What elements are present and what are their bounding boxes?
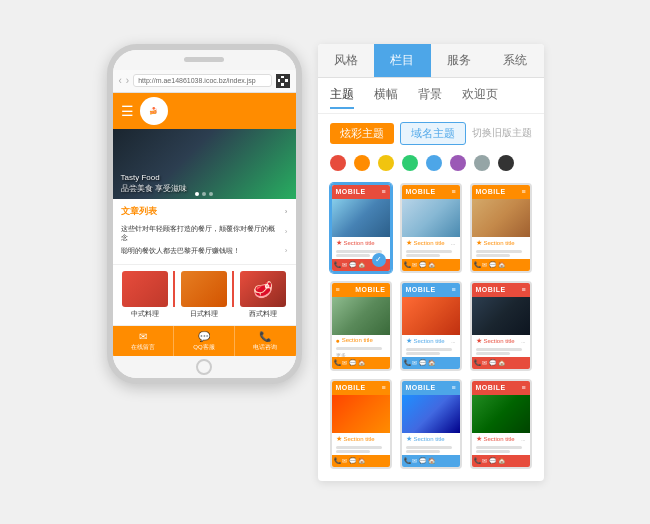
tab-column[interactable]: 栏目	[374, 44, 431, 77]
phone-home-area	[113, 356, 296, 378]
cuisine-western[interactable]: 🥩 西式料理	[235, 271, 292, 319]
cuisine-japanese[interactable]: 日式料理	[176, 271, 233, 319]
hero-banner: Tasty Food 品尝美食 享受滋味	[113, 129, 296, 199]
bottom-btn-message[interactable]: ✉ 在线留言	[113, 326, 174, 356]
logo: 🍰	[140, 97, 168, 125]
tab-service[interactable]: 服务	[431, 44, 488, 77]
card4-body: ● Section title 更多	[332, 297, 390, 357]
color-blue[interactable]	[426, 155, 442, 171]
card5-footer: 📞 ✉ 💬 🏠	[402, 357, 460, 369]
card3-body: ★ Section title	[472, 199, 530, 259]
theme-grid: MOBILE ≡ ★ Section title 📞 ✉ 💬 🏠 ✓	[318, 179, 544, 481]
color-green[interactable]	[402, 155, 418, 171]
article-item-1[interactable]: 这些针对年轻顾客打造的餐厅，颠覆你对餐厅的概念 ›	[121, 222, 288, 244]
top-tabs: 风格 栏目 服务 系统	[318, 44, 544, 78]
card9-header: MOBILE ≡	[472, 381, 530, 395]
card5-header: MOBILE ≡	[402, 283, 460, 297]
card6-footer: 📞 ✉ 💬 🏠	[472, 357, 530, 369]
card1-header: MOBILE ≡	[332, 185, 390, 199]
article-arrow-2: ›	[285, 246, 288, 256]
color-orange[interactable]	[354, 155, 370, 171]
subtab-bg[interactable]: 背景	[418, 86, 442, 109]
bottom-btn-phone[interactable]: 📞 电话咨询	[235, 326, 295, 356]
cuisine-western-img: 🥩	[240, 271, 286, 307]
card7-body: ★ Section title	[332, 395, 390, 455]
tab-system[interactable]: 系统	[487, 44, 544, 77]
theme-card-6[interactable]: MOBILE ≡ ★ Section title ... 📞 ✉ 💬 🏠	[470, 281, 532, 371]
card8-header: MOBILE ≡	[402, 381, 460, 395]
card5-body: ★ Section title ...	[402, 297, 460, 357]
phone-mockup: ‹ › http://m.ae14861038.icoc.bz/index.js…	[107, 44, 302, 385]
card4-footer: 📞 ✉ 💬 🏠	[332, 357, 390, 369]
card7-footer: 📞 ✉ 💬 🏠	[332, 455, 390, 467]
forward-arrow-icon[interactable]: ›	[126, 75, 129, 86]
article-list: 文章列表 › 这些针对年轻顾客打造的餐厅，颠覆你对餐厅的概念 › 聪明的餐饮人都…	[113, 199, 296, 266]
card8-footer: 📞 ✉ 💬 🏠	[402, 455, 460, 467]
article-list-title: 文章列表 ›	[121, 205, 288, 218]
phone-content: ☰ 🍰 Tasty Food 品尝美食 享受滋味 文章	[113, 93, 296, 379]
hero-bg: Tasty Food 品尝美食 享受滋味	[113, 129, 296, 199]
color-red[interactable]	[330, 155, 346, 171]
theme-switcher-row: 炫彩主题 域名主题 切换旧版主题	[318, 114, 544, 151]
hero-text-line2: 品尝美食 享受滋味	[121, 183, 187, 194]
switch-old-link[interactable]: 切换旧版主题	[472, 126, 532, 140]
theme-btn-cai[interactable]: 炫彩主题	[330, 123, 394, 144]
card6-hero	[472, 297, 530, 335]
theme-card-9[interactable]: MOBILE ≡ ★ Section title ... 📞 ✉ 💬 🏠	[470, 379, 532, 469]
phone-speaker	[184, 57, 224, 62]
sub-tabs: 主题 横幅 背景 欢迎页	[318, 78, 544, 114]
theme-btn-domain[interactable]: 域名主题	[400, 122, 466, 145]
color-purple[interactable]	[450, 155, 466, 171]
card3-footer: 📞 ✉ 💬 🏠	[472, 259, 530, 271]
phone-header: ☰ 🍰	[113, 93, 296, 129]
card9-body: ★ Section title ...	[472, 395, 530, 455]
color-dark[interactable]	[498, 155, 514, 171]
theme-card-7[interactable]: MOBILE ≡ ★ Section title 📞 ✉ 💬 🏠	[330, 379, 392, 469]
hamburger-icon[interactable]: ☰	[121, 103, 134, 119]
card2-footer: 📞 ✉ 💬 🏠	[402, 259, 460, 271]
article-list-arrow[interactable]: ›	[285, 207, 288, 216]
divider-1	[173, 271, 175, 307]
right-panel: 风格 栏目 服务 系统 主题 横幅 背景 欢迎页 炫彩主题 域名主题 切换旧版主…	[318, 44, 544, 481]
phone-icon: 📞	[259, 331, 271, 342]
subtab-banner[interactable]: 横幅	[374, 86, 398, 109]
phone-top	[113, 50, 296, 70]
carousel-dots	[195, 192, 213, 196]
theme-card-4[interactable]: ≡ MOBILE ● Section title 更多 📞 ✉ 💬 🏠	[330, 281, 392, 371]
divider-2	[232, 271, 234, 307]
card4-header: ≡ MOBILE	[332, 283, 390, 297]
theme-card-5[interactable]: MOBILE ≡ ★ Section title ... 📞 ✉ 💬 🏠	[400, 281, 462, 371]
card2-hero	[402, 199, 460, 237]
color-yellow[interactable]	[378, 155, 394, 171]
color-gray[interactable]	[474, 155, 490, 171]
cuisine-chinese[interactable]: 中式料理	[117, 271, 174, 319]
card8-body: ★ Section title	[402, 395, 460, 455]
theme-card-1[interactable]: MOBILE ≡ ★ Section title 📞 ✉ 💬 🏠 ✓	[330, 183, 392, 273]
cuisine-chinese-img	[122, 271, 168, 307]
card8-hero	[402, 395, 460, 433]
card2-header: MOBILE ≡	[402, 185, 460, 199]
dot-3[interactable]	[209, 192, 213, 196]
url-bar[interactable]: http://m.ae14861038.icoc.bz/index.jsp	[133, 74, 271, 87]
card3-hero	[472, 199, 530, 237]
article-arrow-1: ›	[285, 227, 288, 237]
back-arrow-icon[interactable]: ‹	[119, 75, 122, 86]
tab-style[interactable]: 风格	[318, 44, 375, 77]
dot-2[interactable]	[202, 192, 206, 196]
card7-header: MOBILE ≡	[332, 381, 390, 395]
dot-1[interactable]	[195, 192, 199, 196]
card9-footer: 📞 ✉ 💬 🏠	[472, 455, 530, 467]
article-item-2[interactable]: 聪明的餐饮人都去巴黎开餐厅赚钱啦！ ›	[121, 244, 288, 258]
theme-card-2[interactable]: MOBILE ≡ ★ Section title ... 📞 ✉ 💬 🏠	[400, 183, 462, 273]
bottom-btn-qq[interactable]: 💬 QQ客服	[174, 326, 235, 356]
qr-code	[276, 74, 290, 88]
theme-card-3[interactable]: MOBILE ≡ ★ Section title 📞 ✉ 💬 🏠	[470, 183, 532, 273]
subtab-welcome[interactable]: 欢迎页	[462, 86, 498, 109]
subtab-theme[interactable]: 主题	[330, 86, 354, 109]
home-button[interactable]	[196, 359, 212, 375]
card6-body: ★ Section title ...	[472, 297, 530, 357]
color-dots-row	[318, 151, 544, 179]
card6-header: MOBILE ≡	[472, 283, 530, 297]
card1-body: ★ Section title	[332, 199, 390, 259]
theme-card-8[interactable]: MOBILE ≡ ★ Section title 📞 ✉ 💬 🏠	[400, 379, 462, 469]
